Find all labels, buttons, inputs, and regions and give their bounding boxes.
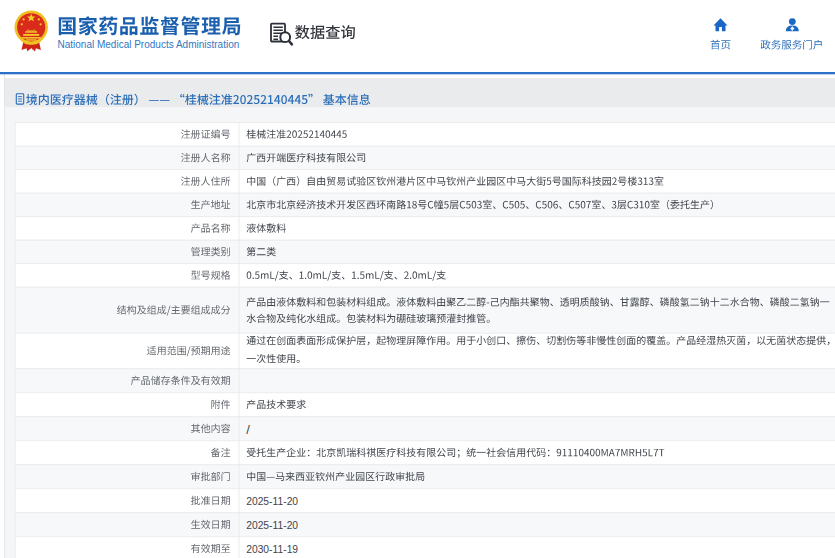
svg-text:2030-11-19: 2030-11-19 [246,544,298,555]
svg-text:/: / [246,422,250,437]
svg-text:2025-11-20: 2025-11-20 [246,520,298,531]
svg-text:National Medical Products Admi: National Medical Products Administration [58,39,240,50]
svg-text:2025-11-20: 2025-11-20 [246,496,298,507]
